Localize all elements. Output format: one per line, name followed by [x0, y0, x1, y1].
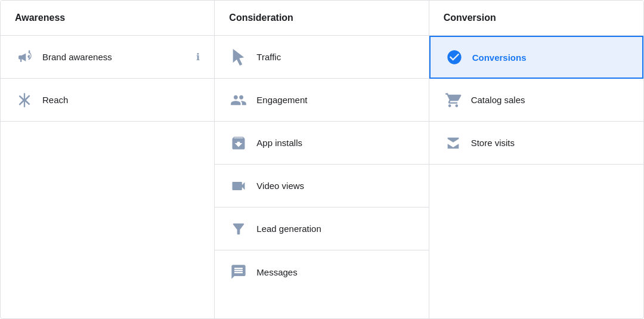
- catalog-sales-label: Catalog sales: [471, 95, 525, 105]
- awareness-header: Awareness: [1, 1, 214, 36]
- store-visits-label: Store visits: [471, 138, 515, 148]
- video-views-label: Video views: [256, 181, 304, 191]
- app-installs-label: App installs: [256, 138, 302, 148]
- engagement-item[interactable]: Engagement: [215, 79, 428, 122]
- info-icon[interactable]: ℹ: [196, 51, 200, 63]
- consideration-column: Consideration Traffic Engagement: [215, 1, 429, 318]
- box-icon: [229, 134, 248, 153]
- conversion-spacer: [429, 165, 643, 318]
- brand-awareness-label: Brand awareness: [42, 52, 112, 62]
- messages-label: Messages: [256, 267, 297, 277]
- store-icon: [444, 134, 463, 153]
- lead-generation-item[interactable]: Lead generation: [215, 207, 428, 250]
- awareness-column: Awareness Brand awareness ℹ Reach: [1, 1, 215, 318]
- reach-item[interactable]: Reach: [1, 79, 214, 122]
- traffic-item[interactable]: Traffic: [215, 36, 428, 79]
- asterisk-icon: [15, 91, 34, 110]
- traffic-label: Traffic: [256, 52, 281, 62]
- awareness-spacer: [1, 122, 214, 318]
- consideration-header: Consideration: [215, 1, 428, 36]
- store-visits-item[interactable]: Store visits: [429, 122, 643, 165]
- conversions-item[interactable]: Conversions: [429, 36, 643, 79]
- people-icon: [229, 91, 248, 110]
- app-installs-item[interactable]: App installs: [215, 122, 428, 165]
- lead-generation-label: Lead generation: [256, 224, 321, 234]
- reach-label: Reach: [42, 95, 68, 105]
- conversion-column: Conversion Conversions Catalog sales: [429, 1, 643, 318]
- check-circle-icon: [445, 48, 464, 67]
- video-icon: [229, 176, 248, 196]
- campaign-objective-grid: Awareness Brand awareness ℹ Reach Consid…: [0, 0, 644, 319]
- conversions-label: Conversions: [472, 52, 527, 63]
- cursor-icon: [229, 48, 248, 67]
- engagement-label: Engagement: [256, 95, 307, 105]
- conversion-header: Conversion: [429, 1, 643, 36]
- video-views-item[interactable]: Video views: [215, 165, 428, 207]
- funnel-icon: [229, 219, 248, 239]
- catalog-sales-item[interactable]: Catalog sales: [429, 79, 643, 122]
- brand-awareness-item[interactable]: Brand awareness ℹ: [1, 36, 214, 79]
- cart-icon: [444, 91, 463, 110]
- chat-icon: [229, 262, 248, 281]
- messages-item[interactable]: Messages: [215, 250, 428, 293]
- megaphone-icon: [15, 48, 34, 67]
